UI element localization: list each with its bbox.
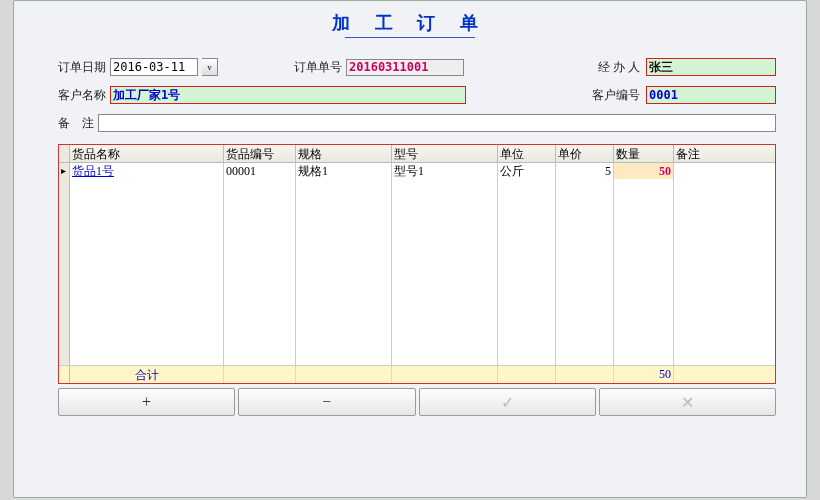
label-remark: 备 注 [58,115,94,132]
col-header-name[interactable]: 货品名称 [70,145,224,162]
plus-icon: + [142,393,151,411]
total-qty: 50 [614,366,674,383]
grid-total-row: 合计 50 [59,365,775,383]
table-col: 50 [614,163,674,365]
col-header-price[interactable]: 单价 [556,145,614,162]
cell-remark[interactable] [674,163,768,179]
order-no-field[interactable]: 20160311001 [346,59,464,76]
label-agent: 经 办 人 [598,59,640,76]
cell-code[interactable]: 00001 [224,163,295,179]
table-col: 型号1 [392,163,498,365]
col-header-model[interactable]: 型号 [392,145,498,162]
cell-qty[interactable]: 50 [614,163,673,179]
col-header-spec[interactable]: 规格 [296,145,392,162]
table-col: 公斤 [498,163,556,365]
table-col: 货品1号 [70,163,224,365]
label-order-date: 订单日期 [58,59,106,76]
order-date-input[interactable]: 2016-03-11 [110,58,198,76]
title-underline [345,37,475,38]
cell-model[interactable]: 型号1 [392,163,497,179]
date-dropdown-button[interactable]: v [202,58,218,76]
table-col: 规格1 [296,163,392,365]
page-title: 加 工 订 单 [14,1,806,37]
items-grid: 货品名称 货品编号 规格 型号 单位 单价 数量 备注 ▸ 货品1号 00001… [58,144,776,384]
total-blank [224,366,296,383]
cell-unit[interactable]: 公斤 [498,163,555,179]
table-col: 5 [556,163,614,365]
form-row-1: 订单日期 2016-03-11 v 订单单号 20160311001 经 办 人… [14,54,806,82]
total-blank [556,366,614,383]
customer-name-field[interactable]: 加工厂家1号 [110,86,466,104]
col-header-code[interactable]: 货品编号 [224,145,296,162]
customer-no-field[interactable]: 0001 [646,86,776,104]
form-row-3: 备 注 [14,110,806,138]
minus-icon: − [322,393,331,411]
table-col: 00001 [224,163,296,365]
col-header-qty[interactable]: 数量 [614,145,674,162]
x-icon: ✕ [681,393,694,412]
total-label: 合计 [70,366,224,383]
confirm-button[interactable]: ✓ [419,388,596,416]
check-icon: ✓ [501,393,514,412]
cell-name[interactable]: 货品1号 [70,163,223,179]
cell-price[interactable]: 5 [556,163,613,179]
grid-gutter-total [59,366,70,383]
total-blank [674,366,768,383]
total-blank [498,366,556,383]
label-order-no: 订单单号 [294,59,342,76]
remark-input[interactable] [98,114,776,132]
remove-row-button[interactable]: − [238,388,415,416]
grid-header-row: 货品名称 货品编号 规格 型号 单位 单价 数量 备注 [59,145,775,163]
label-customer-no: 客户编号 [592,87,640,104]
current-row-indicator-icon: ▸ [61,165,66,176]
action-button-bar: + − ✓ ✕ [58,388,776,416]
agent-field[interactable]: 张三 [646,58,776,76]
grid-gutter-header [59,145,70,162]
cancel-button[interactable]: ✕ [599,388,776,416]
add-row-button[interactable]: + [58,388,235,416]
form-row-2: 客户名称 加工厂家1号 客户编号 0001 [14,82,806,110]
col-header-remark[interactable]: 备注 [674,145,768,162]
grid-body[interactable]: ▸ 货品1号 00001 规格1 型号1 公斤 5 50 [59,163,775,365]
total-blank [296,366,392,383]
table-col [674,163,768,365]
order-window: 加 工 订 单 订单日期 2016-03-11 v 订单单号 201603110… [13,0,807,498]
cell-spec[interactable]: 规格1 [296,163,391,179]
label-customer-name: 客户名称 [58,87,106,104]
total-blank [392,366,498,383]
col-header-unit[interactable]: 单位 [498,145,556,162]
grid-gutter: ▸ [59,163,70,365]
